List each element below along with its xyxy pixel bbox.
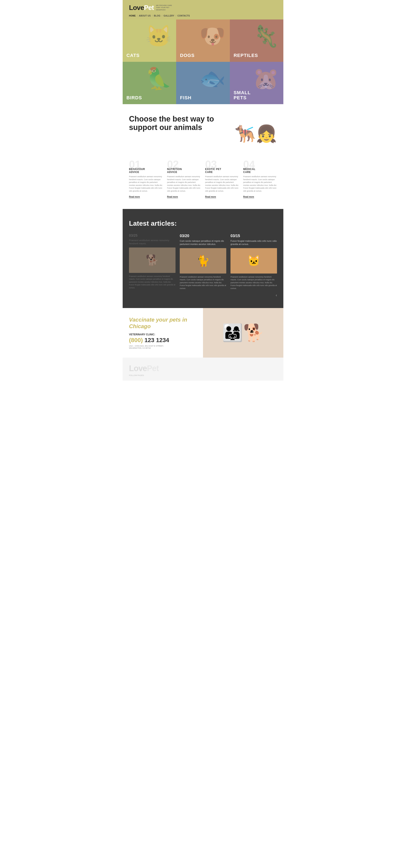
article-date-2: 03/20 [180,234,226,238]
footer-tagline: FOLLOW PAGES [129,374,277,376]
logo-area: LovePet WE PROVIDE CARE THAT YOUR PET DE… [129,4,277,12]
pet-cell-reptiles[interactable]: REPTILES [230,20,283,62]
pet-cell-dogs[interactable]: DOGS [176,20,230,62]
footer-logo-pet: Pet [147,364,159,373]
nav-home[interactable]: HOME [129,14,136,17]
advice-title-1: BEHAVIOUR ADVICE [129,168,163,174]
article-excerpt-bottom-3: Praesent vestibulum aenean nonummy hendr… [231,276,277,290]
advice-card-3: 03 EXOTIC PET CARE Praesent vestibulum a… [205,159,239,198]
logo-tagline: WE PROVIDE CARE THAT YOUR PET DESERVES! [156,4,173,11]
advice-read-3[interactable]: Read more [205,196,216,198]
articles-nav: ‹ [129,293,277,298]
advice-card-1: 01 BEHAVIOUR ADVICE Praesent vestibulum … [129,159,163,198]
support-image: 🐕‍🦺👧 [235,115,277,153]
nav-about[interactable]: ABOUT US [139,14,151,17]
article-excerpt-bottom-2: Praesent vestibulum aenean nonummy hendr… [180,276,226,290]
advice-body-1: Praesent vestibulum aenean nonummy hendr… [129,175,163,192]
support-text: Choose the best way to support our anima… [129,115,228,133]
articles-prev-btn[interactable]: ‹ [276,293,277,298]
vaccinate-title: Vaccinate your pets in Chicago [129,316,197,330]
pet-cell-birds[interactable]: BIRDS [123,62,176,104]
logo-love: Love [129,4,144,11]
article-thumb-1[interactable]: 🐕 [129,247,175,273]
article-excerpt-top-3: Fusce feugiat malesuada odio orbi nunc o… [231,240,277,246]
logo[interactable]: LovePet [129,4,154,12]
article-date-1: 03/25 [129,234,175,238]
advice-card-2: 02 NUTRITION ADVICE Praesent vestibulum … [167,159,201,198]
support-section: Choose the best way to support our anima… [123,104,283,159]
nav-blog[interactable]: BLOG [154,14,161,17]
article-card-1: 03/25 Praesent vestibulum aenean nonummy… [129,234,175,290]
advice-section: 01 BEHAVIOUR ADVICE Praesent vestibulum … [123,159,283,209]
advice-card-4: 04 MEDICAL CARE Praesent vestibulum aene… [243,159,277,198]
advice-body-2: Praesent vestibulum aenean nonummy hendr… [167,175,201,192]
article-card-2: 03/20 Cum sociis natoque penatibus et mg… [180,234,226,290]
nav-contacts[interactable]: CONTACTS [177,14,190,17]
article-excerpt-top-1: Praesent vestibulum aenean nonummy hendr… [129,239,175,245]
article-thumb-2[interactable]: 🐈 [180,248,226,274]
main-nav: HOME / ABOUT US / BLOG / GALLERY / CONTA… [129,14,277,20]
nav-gallery[interactable]: GALLERY [164,14,174,17]
advice-read-1[interactable]: Read more [129,196,140,198]
vaccinate-clinic-label: VETERINARY CLINIC: [129,333,197,336]
advice-title-4: MEDICAL CARE [243,168,277,174]
vaccinate-phone-prefix: (800) [129,337,143,343]
nav-sep-1: / [137,14,138,17]
birds-label: BIRDS [127,95,142,100]
logo-pet: Pet [144,4,154,11]
nav-sep-2: / [152,14,153,17]
advice-body-4: Praesent vestibulum aenean nonummy hendr… [243,175,277,192]
articles-section: Latest articles: 03/25 Praesent vestibul… [123,209,283,308]
article-date-3: 03/15 [231,234,277,238]
pet-category-grid: CATS DOGS REPTILES BIRDS FISH SMALL PETS [123,20,283,104]
support-title: Choose the best way to support our anima… [129,115,228,131]
article-thumb-3[interactable]: 🐱 [231,248,277,274]
footer-logo: LovePet [129,364,277,373]
nav-sep-4: / [175,14,176,17]
pet-cell-small[interactable]: SMALL PETS [230,62,283,104]
advice-title-3: EXOTIC PET CARE [205,168,239,174]
vaccinate-phone[interactable]: (800) 123 1234 [129,337,197,344]
pet-cell-fish[interactable]: FISH [176,62,230,104]
dogs-label: DOGS [180,53,195,58]
pet-cell-cats[interactable]: CATS [123,20,176,62]
article-excerpt-bottom-1: Praesent vestibulum aenean nonummy hendr… [129,275,175,289]
article-excerpt-top-2: Cum sociis natoque penatibus et mgnis di… [180,240,226,246]
articles-title: Latest articles: [129,220,277,227]
footer: LovePet FOLLOW PAGES [123,358,283,381]
small-label: SMALL PETS [234,90,251,100]
footer-logo-love: Love [129,364,147,373]
vaccinate-section: Vaccinate your pets in Chicago VETERINAR… [123,308,283,358]
vaccinate-phone-number: 123 1234 [143,337,169,343]
header: LovePet WE PROVIDE CARE THAT YOUR PET DE… [123,0,283,20]
vaccinate-image: 👨‍👩‍👧🐕 [203,308,283,358]
fish-label: FISH [180,95,191,100]
advice-read-2[interactable]: Read more [167,196,178,198]
advice-read-4[interactable]: Read more [243,196,254,198]
article-card-3: 03/15 Fusce feugiat malesuada odio orbi … [231,234,277,290]
advice-title-2: NUTRITION ADVICE [167,168,201,174]
advice-body-3: Praesent vestibulum aenean nonummy hendr… [205,175,239,192]
articles-grid: 03/25 Praesent vestibulum aenean nonummy… [129,234,277,290]
vaccinate-left: Vaccinate your pets in Chicago VETERINAR… [123,308,203,358]
vaccinate-address: USA – CHICAGO, 901 EAST E STREET, WILMIN… [129,345,197,349]
nav-sep-3: / [162,14,162,17]
cats-label: CATS [127,53,140,58]
reptiles-label: REPTILES [234,53,258,58]
